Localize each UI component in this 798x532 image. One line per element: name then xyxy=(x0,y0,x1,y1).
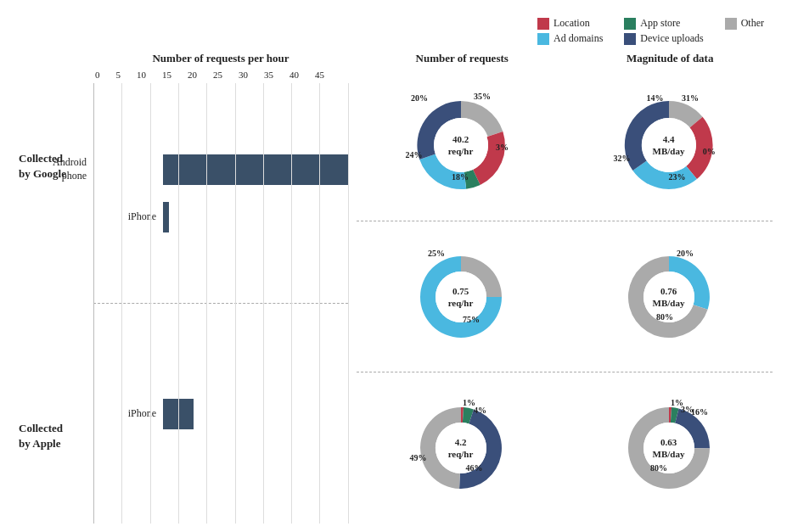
legend-location-color xyxy=(537,18,549,30)
legend-other-color xyxy=(725,18,737,30)
mag-pct-14: 14% xyxy=(647,93,664,103)
aiphone-mag-pct-80: 80% xyxy=(650,463,667,473)
legend-app-label: App store xyxy=(640,17,680,30)
pct-35: 35% xyxy=(474,92,491,101)
aiphone-pct-4: 4% xyxy=(474,406,486,415)
aiphone-pct-46: 46% xyxy=(466,463,483,473)
pct-20: 20% xyxy=(411,93,428,103)
legend-device-uploads: Device uploads xyxy=(624,32,703,45)
giphone-mag-pct-80: 80% xyxy=(656,312,673,322)
aiphone-mag-center: 0.63MB/day xyxy=(653,436,685,461)
giphone-magnitude-donut: 0.76MB/day 20% 80% xyxy=(618,246,720,348)
axis-0: 0 xyxy=(95,70,100,80)
legend-app-store: App store xyxy=(624,17,703,30)
mag-pct-31: 31% xyxy=(682,93,699,103)
android-bar xyxy=(163,154,348,185)
legend-location: Location xyxy=(537,17,603,30)
giphone-mag-center: 0.76MB/day xyxy=(653,284,685,309)
axis-40: 40 xyxy=(289,70,299,80)
giphone-mag-pct-20: 20% xyxy=(677,249,694,258)
axis-30: 30 xyxy=(239,70,248,80)
chart-title: Number of requests per hour xyxy=(93,52,348,65)
android-req-center: 40.2req/hr xyxy=(448,133,474,158)
axis-20: 20 xyxy=(188,70,197,80)
pct-3: 3% xyxy=(496,143,509,152)
magnitude-header: Magnitude of data xyxy=(627,52,714,65)
mag-pct-0: 0% xyxy=(703,147,716,156)
apple-iphone-label: iPhone xyxy=(93,407,163,420)
aiphone-magnitude-donut: 0.63MB/day 1% 3% 16% 80% xyxy=(618,397,720,499)
aiphone-req-center: 4.2req/hr xyxy=(448,436,474,461)
legend-ad-label: Ad domains xyxy=(554,32,603,45)
legend-other: Other xyxy=(725,17,764,30)
axis-5: 5 xyxy=(116,70,121,80)
legend-other-label: Other xyxy=(741,17,764,30)
google-iphone-bar xyxy=(163,202,169,232)
pct-18: 18% xyxy=(452,172,469,182)
axis-15: 15 xyxy=(162,70,171,80)
axis-45: 45 xyxy=(315,70,324,80)
requests-header: Number of requests xyxy=(416,52,509,65)
aiphone-pct-49: 49% xyxy=(410,453,427,462)
giphone-pct-75: 75% xyxy=(463,315,480,324)
axis-25: 25 xyxy=(213,70,222,80)
giphone-pct-25: 25% xyxy=(428,249,445,258)
aiphone-mag-pct-16: 16% xyxy=(691,407,708,417)
mag-pct-32: 32% xyxy=(614,154,631,163)
mag-pct-23: 23% xyxy=(669,172,686,182)
android-requests-donut: 40.2req/hr 35% 3% 18% 24% 20% xyxy=(406,90,516,200)
legend-device-color xyxy=(624,33,636,45)
pct-24: 24% xyxy=(406,150,423,160)
google-iphone-label: iPhone xyxy=(93,210,163,223)
android-mag-center: 4.4MB/day xyxy=(653,133,685,158)
axis-10: 10 xyxy=(137,70,146,80)
legend-device-label: Device uploads xyxy=(640,32,703,45)
legend-location-label: Location xyxy=(554,17,590,30)
legend-ad-color xyxy=(537,33,549,45)
apple-iphone-bar xyxy=(163,399,194,429)
google-group-label: Collectedby Google xyxy=(19,151,66,182)
giphone-requests-donut: 0.75req/hr 25% 75% xyxy=(410,246,512,348)
legend-app-color xyxy=(624,18,636,30)
aiphone-requests-donut: 4.2req/hr 1% 4% 46% 49% xyxy=(410,397,512,499)
android-magnitude-donut: 4.4MB/day 31% 0% 23% 32% 14% xyxy=(614,90,724,200)
apple-group-label: Collectedby Apple xyxy=(19,421,63,451)
axis-35: 35 xyxy=(264,70,273,80)
giphone-req-center: 0.75req/hr xyxy=(448,284,474,309)
legend-ad-domains: Ad domains xyxy=(537,32,603,45)
